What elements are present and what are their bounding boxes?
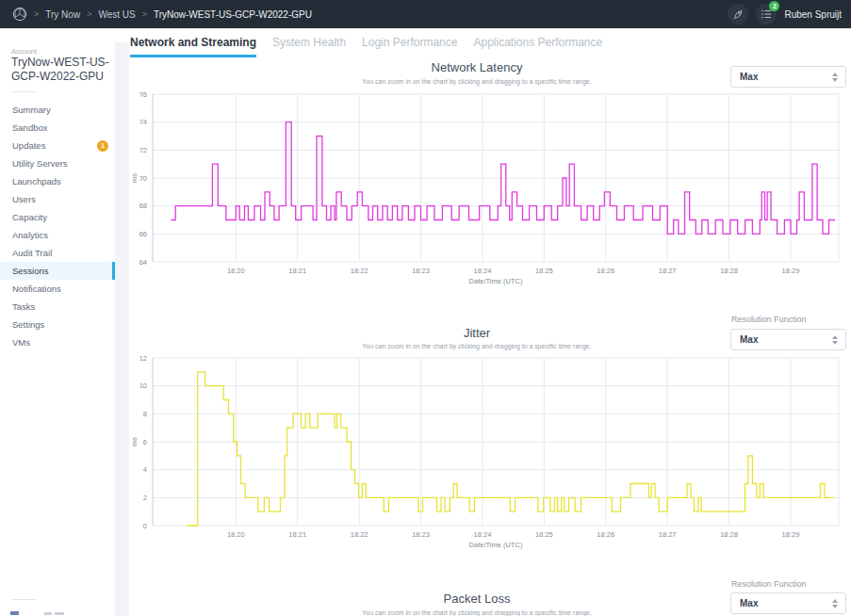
sidebar-item-vms[interactable]: VMs bbox=[0, 333, 115, 351]
sidebar-item-analytics[interactable]: Analytics bbox=[0, 226, 115, 244]
jitter-subtitle: You can zoom in on the chart by clicking… bbox=[128, 343, 826, 349]
tasks-button[interactable]: 2 bbox=[756, 4, 777, 24]
sidebar-item-users[interactable]: Users bbox=[0, 190, 115, 208]
svg-text:18:24: 18:24 bbox=[474, 530, 492, 539]
tab-network-and-streaming[interactable]: Network and Streaming bbox=[130, 36, 256, 57]
svg-text:70: 70 bbox=[139, 174, 147, 183]
svg-text:12: 12 bbox=[139, 354, 147, 363]
breadcrumb-item-west-us[interactable]: West US bbox=[98, 9, 135, 20]
tab-applications-performance[interactable]: Applications Performance bbox=[473, 36, 602, 57]
svg-text:64: 64 bbox=[139, 258, 147, 267]
jitter-chart[interactable]: 02468101218:2018:2118:2218:2318:2418:251… bbox=[128, 350, 851, 554]
svg-text:18:26: 18:26 bbox=[597, 267, 614, 275]
sidebar-footer-divider bbox=[11, 599, 36, 600]
sidebar-divider bbox=[11, 91, 36, 92]
svg-text:18:24: 18:24 bbox=[474, 267, 492, 275]
svg-text:18:25: 18:25 bbox=[535, 267, 553, 275]
breadcrumb-item-try-now[interactable]: Try Now bbox=[45, 9, 80, 20]
svg-text:10: 10 bbox=[139, 381, 147, 390]
sidebar-item-settings[interactable]: Settings bbox=[0, 316, 115, 333]
sidebar-item-capacity[interactable]: Capacity bbox=[0, 208, 115, 226]
top-navbar: > Try Now > West US > TryNow-WEST-US-GCP… bbox=[0, 0, 851, 28]
sidebar-item-utility-servers[interactable]: Utility Servers bbox=[0, 154, 115, 172]
svg-text:18:27: 18:27 bbox=[659, 267, 677, 275]
svg-text:18:23: 18:23 bbox=[412, 267, 430, 275]
network-latency-subtitle: You can zoom in on the chart by clicking… bbox=[128, 78, 826, 85]
packet-loss-title: Packet Loss bbox=[128, 592, 826, 606]
sidebar-item-launchpads[interactable]: Launchpads bbox=[0, 172, 115, 190]
sidebar-item-tasks[interactable]: Tasks bbox=[0, 298, 115, 316]
svg-text:18:25: 18:25 bbox=[535, 530, 553, 539]
resolution-function-label: Resolution Function bbox=[731, 315, 807, 324]
tab-bar: Network and Streaming System Health Logi… bbox=[130, 36, 602, 57]
resolution-function-select[interactable]: Max bbox=[730, 66, 846, 88]
svg-text:18:28: 18:28 bbox=[720, 267, 738, 275]
breadcrumb-separator: > bbox=[142, 9, 147, 19]
svg-text:18:26: 18:26 bbox=[597, 530, 614, 539]
tasks-count-badge: 2 bbox=[769, 1, 779, 11]
resolution-function-value: Max bbox=[731, 598, 832, 608]
resolution-function-select[interactable]: Max bbox=[730, 329, 846, 350]
svg-text:18:23: 18:23 bbox=[412, 530, 430, 539]
svg-text:18:29: 18:29 bbox=[782, 267, 800, 275]
updates-count-badge: 1 bbox=[97, 140, 108, 152]
breadcrumb: > Try Now > West US > TryNow-WEST-US-GCP… bbox=[0, 7, 728, 22]
launch-session-button[interactable] bbox=[728, 4, 748, 24]
select-arrows-icon bbox=[832, 335, 845, 345]
network-latency-chart[interactable]: 6466687072747618:2018:2118:2218:2318:241… bbox=[128, 87, 851, 290]
resolution-function-select[interactable]: Max bbox=[730, 592, 846, 614]
sidebar-item-sandbox[interactable]: Sandbox bbox=[0, 119, 115, 137]
svg-text:66: 66 bbox=[139, 230, 147, 238]
svg-text:4: 4 bbox=[143, 465, 147, 474]
rocket-icon bbox=[732, 8, 745, 21]
svg-text:18:20: 18:20 bbox=[227, 267, 245, 275]
svg-text:18:21: 18:21 bbox=[288, 267, 306, 275]
svg-text:2: 2 bbox=[143, 494, 147, 502]
breadcrumb-separator: > bbox=[34, 9, 39, 19]
svg-text:76: 76 bbox=[139, 90, 147, 99]
sidebar-item-audit-trail[interactable]: Audit Trail bbox=[0, 244, 115, 262]
svg-text:74: 74 bbox=[139, 118, 147, 126]
navbar-actions: 2 Ruben Spruijt bbox=[728, 4, 851, 24]
svg-text:8: 8 bbox=[143, 410, 147, 418]
svg-text:6: 6 bbox=[143, 438, 147, 446]
svg-text:18:27: 18:27 bbox=[659, 530, 677, 539]
sidebar-footer-text-partial bbox=[55, 612, 64, 615]
svg-text:Date/Time (UTC): Date/Time (UTC) bbox=[469, 541, 523, 549]
resolution-function-label: Resolution Function bbox=[731, 579, 807, 589]
svg-text:Date/Time (UTC): Date/Time (UTC) bbox=[469, 277, 523, 285]
user-menu[interactable]: Ruben Spruijt bbox=[784, 9, 843, 20]
packet-loss-subtitle: You can zoom in on the chart by clicking… bbox=[128, 609, 826, 616]
account-section-label: Account bbox=[11, 47, 37, 56]
tab-login-performance[interactable]: Login Performance bbox=[362, 36, 457, 57]
svg-text:0: 0 bbox=[143, 522, 147, 530]
select-arrows-icon bbox=[832, 73, 845, 82]
svg-text:ms: ms bbox=[130, 173, 139, 183]
content-scrollbar-gutter bbox=[115, 42, 129, 616]
sidebar-item-notifications[interactable]: Notifications bbox=[0, 280, 115, 298]
svg-text:18:22: 18:22 bbox=[351, 267, 368, 275]
tab-system-health[interactable]: System Health bbox=[272, 36, 346, 57]
svg-text:ms: ms bbox=[130, 437, 139, 446]
resolution-function-value: Max bbox=[731, 334, 832, 345]
sidebar-nav: Summary Sandbox Updates 1 Utility Server… bbox=[0, 101, 115, 351]
analytics-page: > Try Now > West US > TryNow-WEST-US-GCP… bbox=[0, 0, 851, 616]
resolution-function-value: Max bbox=[731, 72, 832, 82]
svg-text:18:29: 18:29 bbox=[782, 530, 800, 539]
sidebar-item-label: Updates bbox=[12, 140, 45, 151]
sidebar-item-summary[interactable]: Summary bbox=[0, 101, 115, 119]
account-name: TryNow-WEST-US-GCP-W2022-GPU bbox=[11, 56, 109, 84]
sidebar-item-updates[interactable]: Updates 1 bbox=[0, 137, 115, 154]
svg-text:18:22: 18:22 bbox=[351, 530, 368, 539]
svg-text:68: 68 bbox=[139, 202, 147, 210]
network-latency-title: Network Latency bbox=[128, 60, 826, 74]
sidebar-footer-text-partial bbox=[44, 612, 52, 615]
frame-logo-icon[interactable] bbox=[12, 7, 27, 22]
svg-text:18:28: 18:28 bbox=[720, 530, 738, 539]
svg-text:18:21: 18:21 bbox=[288, 530, 306, 539]
sidebar-footer-logo-partial bbox=[10, 611, 19, 615]
svg-text:18:20: 18:20 bbox=[227, 530, 245, 539]
sidebar: Account TryNow-WEST-US-GCP-W2022-GPU Sum… bbox=[0, 28, 115, 616]
select-arrows-icon bbox=[832, 599, 845, 608]
sidebar-item-sessions[interactable]: Sessions bbox=[0, 262, 115, 280]
